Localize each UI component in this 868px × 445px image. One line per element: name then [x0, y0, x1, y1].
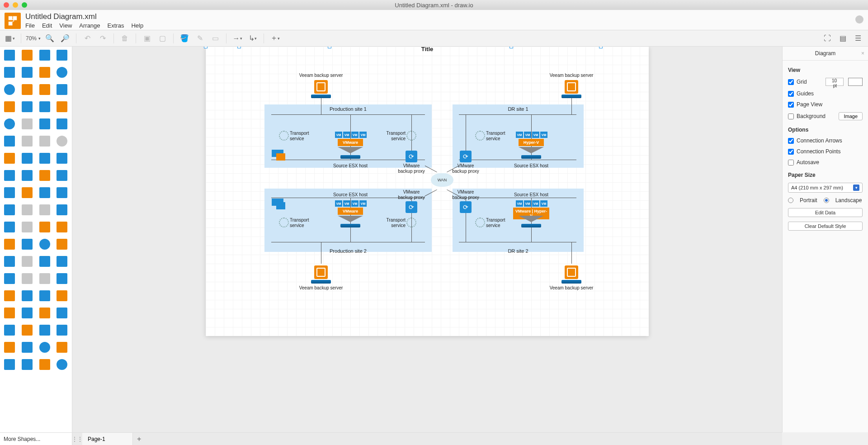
view-dropdown-button[interactable]: ▦▾ [4, 32, 16, 45]
undo-button[interactable]: ↶ [81, 32, 94, 45]
spinner-icon [475, 131, 485, 141]
fullscreen-button[interactable]: ⛶ [821, 32, 834, 45]
to-back-button[interactable]: ▢ [156, 32, 169, 45]
add-page-button[interactable]: + [133, 433, 146, 445]
menu-extras[interactable]: Extras [108, 22, 124, 29]
veeam-server-icon[interactable] [314, 80, 328, 94]
bus-line [271, 242, 425, 242]
background-checkbox[interactable] [788, 114, 794, 119]
insert-button[interactable]: ＋▾ [269, 32, 281, 45]
veeam-server-icon[interactable] [314, 265, 328, 279]
vm-row[interactable]: VMVMVMVM [335, 200, 367, 207]
minimize-window-button[interactable] [13, 2, 18, 8]
veeam-label: Veeam backup server [296, 73, 346, 78]
grid-color-swatch[interactable] [848, 78, 863, 86]
view-section-heading: View [788, 67, 863, 73]
guides-checkbox[interactable] [788, 91, 794, 97]
zoom-out-button[interactable]: 🔎 [59, 32, 71, 45]
conn-points-checkbox[interactable] [788, 149, 794, 155]
menu-file[interactable]: File [25, 22, 35, 29]
grip-icon[interactable]: ⋮⋮ [72, 433, 82, 445]
redo-button[interactable]: ↷ [96, 32, 109, 45]
grid-checkbox[interactable] [788, 79, 794, 85]
format-panel-toggle[interactable]: ▤ [836, 32, 849, 45]
proxy-icon[interactable]: ⟳ [406, 201, 417, 213]
page-tab-1[interactable]: Page-1 [82, 433, 133, 445]
selection-handle[interactable] [599, 47, 603, 48]
esx-label: Source ESX host [332, 192, 368, 198]
page[interactable]: Title WAN Production site 1 Veeam backup… [206, 47, 649, 336]
storage-icon[interactable] [272, 150, 283, 163]
delete-button[interactable]: 🗑 [118, 32, 131, 45]
grid-label: Grid [797, 79, 807, 85]
outline-toggle[interactable]: ☰ [852, 32, 864, 45]
main-area: Title WAN Production site 1 Veeam backup… [0, 47, 868, 432]
close-window-button[interactable] [4, 2, 9, 8]
zoom-field[interactable]: 70%▾ [26, 35, 41, 42]
shadow-button[interactable]: ▭ [209, 32, 222, 45]
storage-icon[interactable] [272, 199, 283, 212]
connector [571, 98, 572, 114]
menu-arrange[interactable]: Arrange [79, 22, 100, 29]
proxy-icon[interactable]: ⟳ [406, 151, 417, 162]
document-title[interactable]: Untitled Diagram.xml [25, 12, 143, 21]
to-front-button[interactable]: ▣ [141, 32, 153, 45]
zoom-in-button[interactable]: 🔍 [43, 32, 56, 45]
grid-size-input[interactable]: 10 pt [826, 78, 844, 86]
waypoint-style-button[interactable]: ↳▾ [246, 32, 259, 45]
menu-bar: File Edit View Arrange Extras Help [25, 22, 143, 29]
edit-data-button[interactable]: Edit Data [788, 208, 863, 217]
menu-help[interactable]: Help [131, 22, 143, 29]
shapes-panel[interactable] [0, 47, 72, 432]
line-color-button[interactable]: ✎ [193, 32, 206, 45]
conn-arrows-label: Connection Arrows [797, 137, 842, 144]
proxy-icon[interactable]: ⟳ [460, 201, 472, 213]
landscape-radio[interactable] [824, 198, 829, 203]
selection-handle[interactable] [509, 47, 513, 48]
server-rack-icon [561, 95, 581, 98]
more-shapes-button[interactable]: More Shapes... [0, 432, 72, 445]
pageview-label: Page View [797, 101, 822, 108]
menu-view[interactable]: View [59, 22, 72, 29]
zoom-window-button[interactable] [22, 2, 27, 8]
vm-row[interactable]: VMVMVMVM [335, 132, 367, 138]
globe-icon[interactable] [855, 15, 863, 24]
funnel-icon [519, 216, 544, 222]
vm-row[interactable]: VMVMVMVM [516, 132, 547, 138]
proxy-label: VMware backup proxy [450, 163, 481, 174]
selection-handle[interactable] [328, 47, 331, 48]
veeam-server-icon[interactable] [565, 80, 578, 94]
close-icon[interactable]: × [861, 50, 864, 57]
selection-handle[interactable] [204, 47, 208, 48]
menu-edit[interactable]: Edit [42, 22, 52, 29]
autosave-label: Autosave [797, 159, 819, 166]
veeam-server-icon[interactable] [565, 265, 578, 279]
canvas[interactable]: Title WAN Production site 1 Veeam backup… [72, 47, 782, 432]
clear-style-button[interactable]: Clear Default Style [788, 222, 863, 231]
selection-handle[interactable] [237, 47, 241, 48]
conn-points-label: Connection Points [797, 148, 840, 155]
server-rack-icon [340, 155, 360, 159]
window-title: Untitled Diagram.xml - draw.io [395, 2, 473, 9]
fill-color-button[interactable]: 🪣 [178, 32, 191, 45]
funnel-icon [338, 216, 363, 222]
proxy-icon[interactable]: ⟳ [460, 151, 472, 162]
pageview-checkbox[interactable] [788, 102, 794, 108]
page-title-shape[interactable]: Title [421, 47, 434, 52]
vm-row[interactable]: VMVMVMVM [516, 200, 547, 207]
options-section-heading: Options [788, 127, 863, 133]
conn-arrows-checkbox[interactable] [788, 138, 794, 144]
portrait-radio[interactable] [788, 198, 793, 203]
transport-label: Transport service [383, 131, 406, 141]
veeam-label: Veeam backup server [547, 73, 596, 78]
site-label: Production site 1 [330, 106, 367, 112]
connection-style-button[interactable]: →▾ [231, 32, 244, 45]
autosave-checkbox[interactable] [788, 160, 794, 166]
bus-line [459, 160, 576, 160]
bus-line [459, 242, 576, 242]
paper-size-select[interactable]: A4 (210 mm x 297 mm)▾ [788, 183, 863, 193]
zoom-value: 70% [26, 35, 37, 42]
esx-label: Source ESX host [513, 163, 549, 169]
wan-cloud[interactable]: WAN [431, 173, 453, 187]
image-button[interactable]: Image [839, 112, 863, 120]
